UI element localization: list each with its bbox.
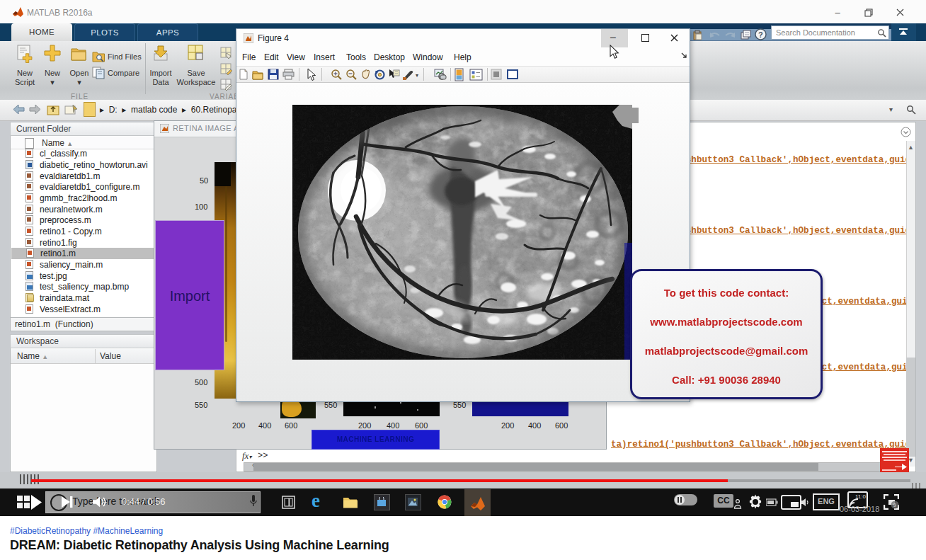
svg-text:9: 9	[893, 502, 897, 508]
svg-text:11:0: 11:0	[855, 493, 867, 500]
svg-text:?: ?	[758, 30, 763, 39]
